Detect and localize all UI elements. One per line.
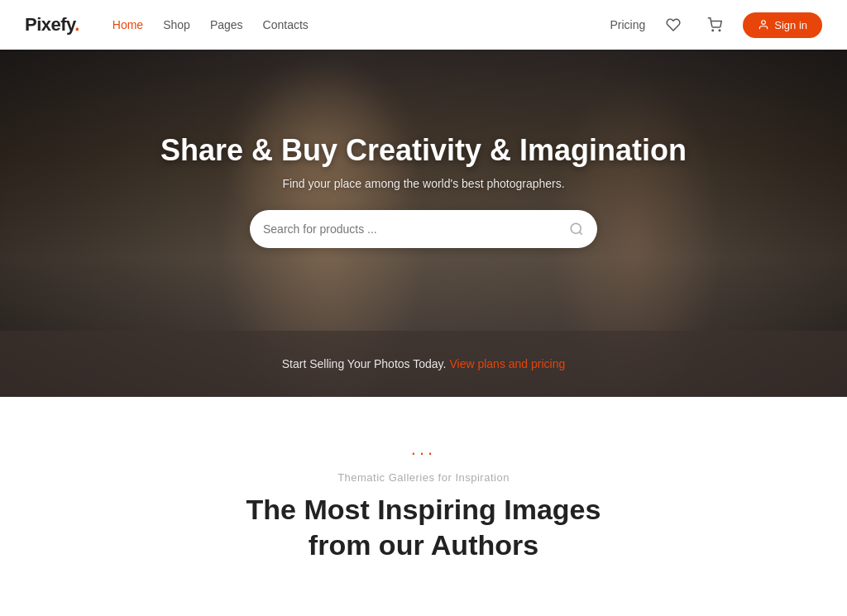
header: Pixefy. Home Shop Pages Contacts Pricing… (0, 0, 847, 50)
section-dots: ... (25, 438, 822, 460)
section-title: The Most Inspiring Images from our Autho… (25, 492, 822, 562)
hero-bottom-banner: Start Selling Your Photos Today. View pl… (0, 331, 847, 397)
nav-contacts[interactable]: Contacts (263, 18, 309, 31)
search-bar (250, 210, 597, 248)
nav-pages[interactable]: Pages (210, 18, 243, 31)
svg-point-2 (762, 21, 766, 25)
logo-dot: . (74, 14, 79, 35)
signin-button[interactable]: Sign in (743, 12, 822, 38)
heart-icon (666, 17, 681, 32)
hero-content: Share & Buy Creativity & Imagination Fin… (160, 132, 687, 313)
svg-point-1 (720, 30, 721, 31)
nav-shop[interactable]: Shop (163, 18, 190, 31)
svg-point-3 (571, 223, 581, 233)
thematic-section: ... Thematic Galleries for Inspiration T… (0, 397, 847, 616)
pricing-link[interactable]: Pricing (610, 18, 645, 31)
section-subtitle: Thematic Galleries for Inspiration (25, 471, 822, 484)
view-plans-link[interactable]: View plans and pricing (449, 357, 565, 370)
svg-point-0 (712, 30, 714, 31)
hero-title: Share & Buy Creativity & Imagination (160, 132, 687, 168)
hero-section: Share & Buy Creativity & Imagination Fin… (0, 50, 847, 397)
cart-button[interactable] (701, 12, 728, 38)
hero-subtitle: Find your place among the world's best p… (160, 177, 687, 190)
cart-icon (707, 17, 722, 32)
user-icon (758, 19, 769, 31)
header-right: Pricing Sign in (610, 12, 822, 38)
signin-label: Sign in (774, 19, 807, 31)
wishlist-button[interactable] (660, 12, 687, 38)
search-input[interactable] (263, 222, 569, 236)
nav-home[interactable]: Home (112, 18, 143, 31)
search-icon (569, 222, 584, 236)
hero-bottom-text: Start Selling Your Photos Today. (282, 357, 447, 370)
logo: Pixefy. (25, 14, 79, 36)
main-nav: Home Shop Pages Contacts (112, 18, 610, 31)
svg-line-4 (579, 232, 581, 234)
